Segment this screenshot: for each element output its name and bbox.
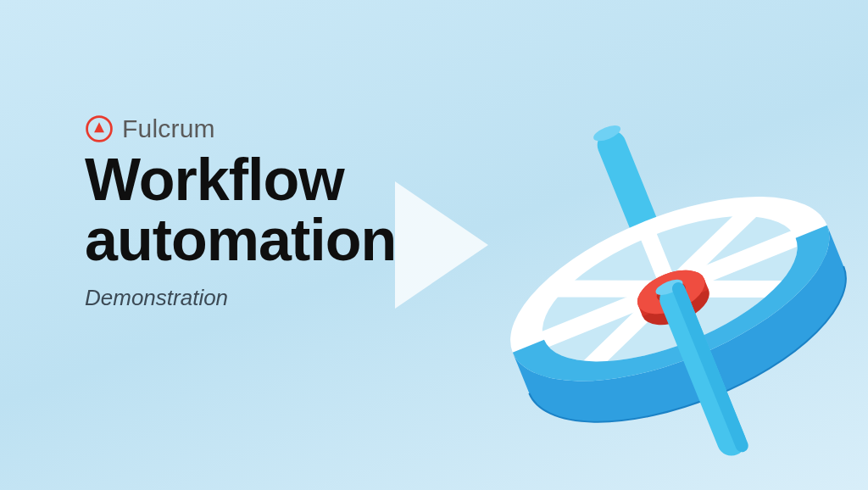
- spinning-wheel-illustration: [444, 68, 868, 490]
- play-icon: [380, 181, 488, 309]
- video-title-slide: Fulcrum Workflow automation Demonstratio…: [0, 0, 868, 490]
- headline-line-2: automation: [85, 207, 396, 273]
- slide-subheading: Demonstration: [85, 285, 396, 311]
- headline-line-1: Workflow: [85, 147, 344, 213]
- svg-marker-1: [94, 122, 104, 132]
- fulcrum-logo-icon: [85, 114, 114, 143]
- slide-headline: Workflow automation: [85, 150, 396, 271]
- play-button[interactable]: [370, 181, 498, 309]
- brand-name: Fulcrum: [122, 114, 215, 143]
- title-text-block: Fulcrum Workflow automation Demonstratio…: [85, 114, 396, 311]
- brand-logo-row: Fulcrum: [85, 114, 396, 143]
